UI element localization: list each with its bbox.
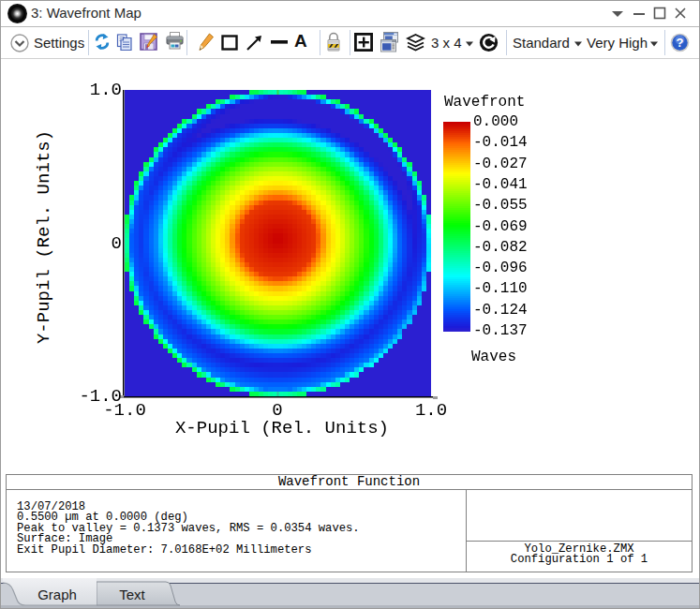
svg-text:?: ? [677, 36, 684, 50]
svg-text:Graph: Graph [37, 587, 77, 602]
svg-text:Text: Text [119, 587, 145, 602]
